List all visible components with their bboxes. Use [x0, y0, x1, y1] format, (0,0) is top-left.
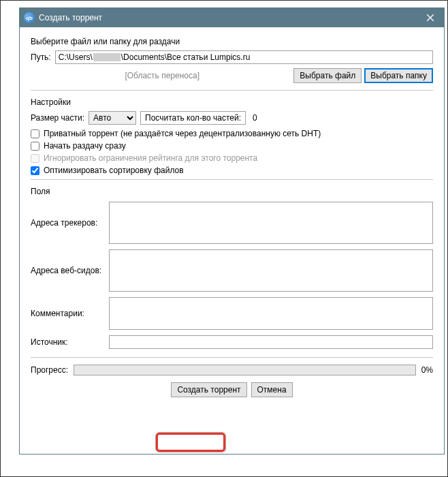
private-torrent-label: Приватный торрент (не раздаётся через де… [44, 129, 321, 138]
start-seeding-label: Начать раздачу сразу [44, 141, 126, 151]
trackers-label: Адреса трекеров: [31, 218, 102, 228]
piece-size-select[interactable]: Авто [89, 111, 136, 125]
trackers-textarea[interactable] [109, 202, 433, 244]
optimize-sort-label: Оптимизировать сортировку файлов [44, 166, 184, 175]
select-file-button[interactable]: Выбрать файл [293, 68, 362, 83]
progress-label: Прогресс: [31, 365, 68, 375]
path-input[interactable]: C:\Users\\Documents\Все статьи Lumpics.r… [55, 50, 433, 64]
piece-size-label: Размер части: [31, 113, 84, 123]
comments-label: Комментарии: [31, 309, 102, 318]
dialog-window: qb Создать торрент Выберите файл или пап… [19, 7, 445, 455]
ignore-ratio-label: Игнорировать ограничения рейтинга для эт… [44, 153, 257, 163]
path-value-suffix: \Documents\Все статьи Lumpics.ru [121, 52, 251, 62]
webseeds-textarea[interactable] [109, 249, 433, 292]
divider [31, 179, 433, 180]
optimize-sort-checkbox[interactable] [31, 166, 39, 175]
cancel-button[interactable]: Отмена [251, 382, 293, 397]
settings-heading: Настройки [31, 97, 433, 107]
progress-percent: 0% [421, 365, 433, 375]
webseeds-label: Адреса веб-сидов: [31, 266, 102, 275]
redacted-username [93, 53, 121, 61]
fields-heading: Поля [31, 187, 433, 196]
select-folder-button[interactable]: Выбрать папку [364, 68, 433, 83]
count-pieces-button[interactable]: Посчитать кол-во частей: [140, 111, 246, 125]
source-label: Источник: [31, 337, 102, 347]
path-label: Путь: [31, 52, 51, 62]
close-icon [427, 14, 434, 21]
progress-bar [74, 365, 416, 375]
app-icon: qb [24, 12, 35, 23]
divider [31, 357, 433, 358]
divider [31, 90, 433, 91]
piece-count-value: 0 [253, 113, 257, 123]
source-input[interactable] [109, 335, 433, 349]
path-value-prefix: C:\Users\ [59, 52, 93, 62]
close-button[interactable] [417, 8, 444, 27]
private-torrent-checkbox[interactable] [31, 129, 39, 138]
titlebar: qb Создать торрент [20, 8, 444, 27]
start-seeding-checkbox[interactable] [31, 142, 39, 151]
ignore-ratio-checkbox [31, 154, 39, 163]
file-section-heading: Выберите файл или папку для раздачи [31, 37, 433, 46]
drop-area-hint[interactable]: [Область переноса] [31, 68, 293, 83]
comments-textarea[interactable] [109, 297, 433, 330]
create-torrent-button[interactable]: Создать торрент [171, 382, 246, 397]
window-title: Создать торрент [39, 13, 417, 22]
